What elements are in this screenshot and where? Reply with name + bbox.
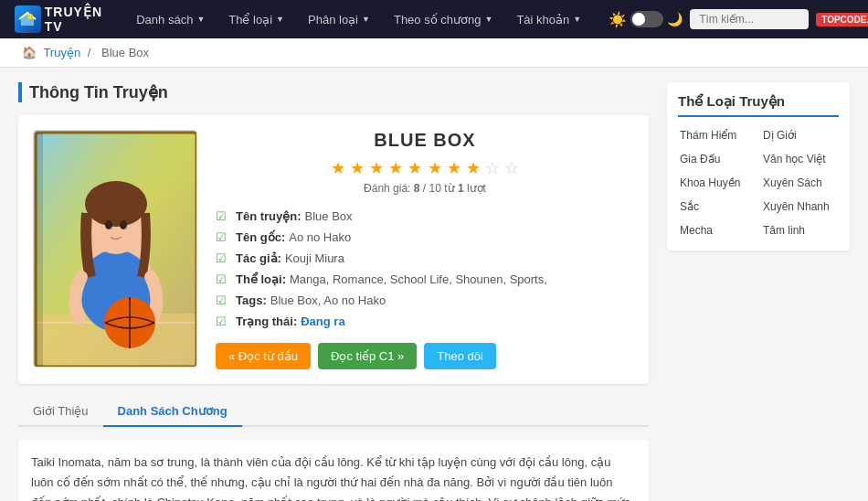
read-next-button[interactable]: Đọc tiếp C1 » <box>318 343 417 369</box>
dropdown-arrow: ▼ <box>573 15 581 24</box>
info-row-author: ☑ Tác giả: Kouji Miura <box>216 251 634 265</box>
logo-icon <box>15 5 41 33</box>
genre-khoa-huyen[interactable]: Khoa Huyền <box>678 174 756 192</box>
star-6: ★ <box>428 159 442 177</box>
manga-cover <box>33 130 197 368</box>
genre-mecha[interactable]: Mecha <box>678 221 756 240</box>
follow-button[interactable]: Theo dõi <box>424 343 496 369</box>
svg-point-10 <box>120 220 127 229</box>
genre-xuyen-sach[interactable]: Xuyên Sách <box>761 174 839 192</box>
genre-tham-hiem[interactable]: Thám Hiểm <box>678 126 756 144</box>
sidebar: Thể Loại Truyện Thám Hiểm Dị Giới Gia Đấ… <box>667 82 850 501</box>
description-text: Taiki Inomata, năm ba sơ trung, là thành… <box>18 440 649 501</box>
star-7: ★ <box>447 159 461 177</box>
nav-danh-sach[interactable]: Danh sách ▼ <box>127 9 214 30</box>
genre-van-hoc-viet[interactable]: Văn học Việt <box>761 150 839 168</box>
sun-icon: ☀️ <box>609 11 627 28</box>
star-rating: ★ ★ ★ ★ ★ ★ ★ ★ ☆ ☆ <box>216 158 634 178</box>
check-icon: ☑ <box>216 251 230 265</box>
check-icon: ☑ <box>216 230 230 244</box>
svg-point-9 <box>105 220 112 229</box>
logo-text: TRUYỆN TV <box>45 5 109 34</box>
star-8: ★ <box>466 159 481 177</box>
tabs: Giới Thiệu Danh Sách Chương <box>18 397 649 427</box>
action-buttons: « Đọc từ đầu Đọc tiếp C1 » Theo dõi <box>216 343 634 369</box>
rating-text: Đánh giá: 8 / 10 từ 1 lượt <box>216 182 634 195</box>
read-from-start-button[interactable]: « Đọc từ đầu <box>216 343 311 369</box>
check-icon: ☑ <box>216 209 230 223</box>
check-icon: ☑ <box>216 272 230 286</box>
star-4: ★ <box>388 159 403 177</box>
theme-toggle[interactable]: ☀️ 🌙 <box>609 11 683 28</box>
svg-rect-14 <box>36 133 43 367</box>
dropdown-arrow: ▼ <box>484 15 492 24</box>
manga-title: BLUE BOX <box>216 130 634 151</box>
breadcrumb: 🏠 Truyện / Blue Box <box>0 38 868 68</box>
main-nav: Danh sách ▼ Thể loại ▼ Phân loại ▼ Theo … <box>127 9 590 30</box>
logo[interactable]: TRUYỆN TV <box>15 5 109 34</box>
header-right: ☀️ 🌙 TOPCODE.VN <box>609 9 868 29</box>
sidebar-title: Thể Loại Truyện <box>678 93 839 117</box>
check-icon: ☑ <box>216 314 230 328</box>
star-1: ★ <box>331 159 345 177</box>
genre-section: Thể Loại Truyện Thám Hiểm Dị Giới Gia Đấ… <box>667 82 850 250</box>
info-row-original: ☑ Tên gốc: Ao no Hako <box>216 230 634 244</box>
dropdown-arrow: ▼ <box>362 15 370 24</box>
nav-the-loai[interactable]: Thể loại ▼ <box>219 9 293 30</box>
nav-phan-loai[interactable]: Phân loại ▼ <box>299 9 379 30</box>
breadcrumb-home[interactable]: Truyện <box>43 46 80 59</box>
star-9: ☆ <box>485 159 500 177</box>
svg-point-0 <box>27 14 33 19</box>
main-content: Thông Tin Truyện <box>0 68 868 501</box>
header: TRUYỆN TV Danh sách ▼ Thể loại ▼ Phân lo… <box>0 0 868 38</box>
dropdown-arrow: ▼ <box>276 15 284 24</box>
tab-danh-sach-chuong[interactable]: Danh Sách Chương <box>103 397 242 427</box>
toggle-thumb <box>632 13 645 26</box>
genre-gia-dau[interactable]: Gia Đấu <box>678 150 756 168</box>
star-3: ★ <box>369 159 384 177</box>
star-10: ☆ <box>504 159 519 177</box>
manga-card: BLUE BOX ★ ★ ★ ★ ★ ★ ★ ★ ☆ ☆ Đánh giá: 8… <box>18 115 649 384</box>
search-input[interactable] <box>690 9 809 29</box>
genre-sac[interactable]: Sắc <box>678 197 756 216</box>
tab-gioi-thieu[interactable]: Giới Thiệu <box>18 397 103 427</box>
nav-theo-so-chuong[interactable]: Theo số chương ▼ <box>385 9 502 30</box>
genre-tam-linh[interactable]: Tâm linh <box>761 221 839 240</box>
home-icon: 🏠 <box>22 46 37 59</box>
info-row-genre: ☑ Thể loại: Manga, Romance, School Life,… <box>216 272 634 286</box>
check-icon: ☑ <box>216 293 230 307</box>
genre-di-gioi[interactable]: Dị Giới <box>761 126 839 144</box>
topcode-badge: TOPCODE.VN <box>816 13 868 27</box>
toggle-switch[interactable] <box>630 11 663 27</box>
cover-art <box>34 131 196 367</box>
genre-grid: Thám Hiểm Dị Giới Gia Đấu Văn học Việt K… <box>678 126 839 240</box>
star-2: ★ <box>350 159 365 177</box>
svg-point-8 <box>85 181 147 227</box>
star-5: ★ <box>408 159 422 177</box>
breadcrumb-separator: / <box>88 46 91 59</box>
nav-tai-khoan[interactable]: Tài khoản ▼ <box>507 9 590 30</box>
dropdown-arrow: ▼ <box>196 15 205 24</box>
content-area: Thông Tin Truyện <box>18 82 649 501</box>
info-row-name: ☑ Tên truyện: Blue Box <box>216 209 634 223</box>
genre-xuyen-nhanh[interactable]: Xuyên Nhanh <box>761 197 839 216</box>
info-row-tags: ☑ Tags: Blue Box, Ao no Hako <box>216 293 634 307</box>
moon-icon: 🌙 <box>667 12 683 27</box>
info-row-status: ☑ Trạng thái: Đang ra <box>216 314 634 328</box>
manga-info: BLUE BOX ★ ★ ★ ★ ★ ★ ★ ★ ☆ ☆ Đánh giá: 8… <box>216 130 634 369</box>
breadcrumb-current: Blue Box <box>101 46 149 59</box>
page-title: Thông Tin Truyện <box>18 82 649 102</box>
